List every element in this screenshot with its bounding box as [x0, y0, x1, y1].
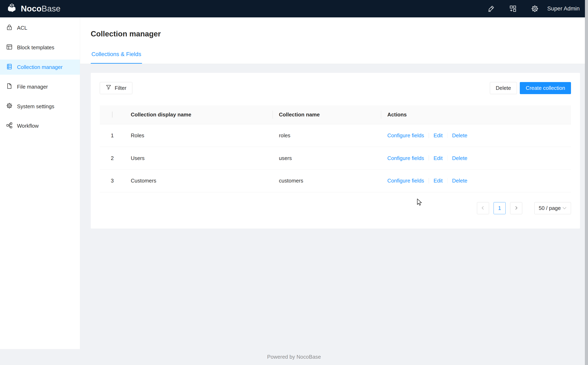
sidebar-item-file-manager[interactable]: File manager [0, 79, 80, 94]
chevron-down-icon [562, 207, 566, 210]
powered-by-text: Powered by NocoBase [267, 354, 321, 360]
edit-link[interactable]: Edit [434, 133, 443, 138]
table-row: 2 Users users Configure fieldsEditDelete [100, 147, 571, 170]
table-header-row: Collection display name Collection name … [100, 105, 571, 124]
select-all-header-cell [100, 105, 125, 124]
sidebar-item-label: Workflow [17, 123, 39, 129]
gear-icon [6, 103, 13, 110]
delete-link[interactable]: Delete [452, 155, 468, 161]
divider [447, 178, 448, 183]
sidebar-item-block-templates[interactable]: Block templates [0, 40, 80, 55]
column-header-actions: Actions [381, 105, 571, 124]
app-window: NocoBase [0, 0, 588, 365]
chevron-left-icon [481, 205, 485, 211]
pagination: 1 50 / page [100, 202, 571, 214]
layout-body: ACL Block templates [0, 17, 588, 349]
partition-icon [6, 122, 13, 130]
delete-link[interactable]: Delete [452, 178, 468, 183]
sidebar-item-label: ACL [17, 25, 27, 31]
divider [447, 155, 448, 161]
collections-table: Collection display name Collection name … [100, 105, 571, 192]
sidebar-item-label: Block templates [17, 45, 54, 50]
database-icon [6, 63, 13, 71]
delete-link[interactable]: Delete [452, 133, 468, 138]
divider [428, 155, 429, 161]
nocobase-cube-icon [7, 3, 17, 15]
settings-icon[interactable] [524, 0, 546, 17]
tab-collections-fields[interactable]: Collections & Fields [91, 50, 142, 64]
cell-display-name: Roles [125, 124, 273, 147]
cell-actions: Configure fieldsEditDelete [381, 147, 571, 170]
lock-icon [6, 24, 13, 32]
cell-name: roles [273, 124, 381, 147]
appstore-add-icon[interactable] [502, 0, 524, 17]
sidebar-item-system-settings[interactable]: System settings [0, 99, 80, 114]
header-actions: Super Admin [480, 0, 582, 17]
row-index: 2 [100, 147, 125, 170]
sidebar-item-label: System settings [17, 104, 54, 109]
column-header-display-name: Collection display name [125, 105, 273, 124]
column-header-name: Collection name [273, 105, 381, 124]
sidebar-item-acl[interactable]: ACL [0, 21, 80, 35]
cell-actions: Configure fieldsEditDelete [381, 169, 571, 192]
create-collection-button[interactable]: Create collection [520, 82, 571, 94]
sidebar-item-label: File manager [17, 84, 48, 90]
configure-fields-link[interactable]: Configure fields [387, 155, 424, 161]
table-toolbar: Filter Delete Create collection [100, 82, 571, 94]
filter-button-label: Filter [115, 85, 126, 91]
tabs-bar: Collections & Fields [91, 50, 578, 64]
collections-card: Filter Delete Create collection [91, 73, 580, 228]
select-all-checkbox[interactable] [112, 112, 112, 118]
page-size-value: 50 / page [539, 205, 561, 211]
cell-actions: Configure fieldsEditDelete [381, 124, 571, 147]
toolbar-right-actions: Delete Create collection [490, 82, 571, 94]
page-title: Collection manager [91, 29, 578, 39]
divider [428, 133, 429, 138]
table-row: 3 Customers customers Configure fieldsEd… [100, 169, 571, 192]
pagination-prev-button[interactable] [477, 202, 489, 214]
vertical-scrollbar[interactable] [585, 0, 588, 365]
divider [447, 133, 448, 138]
sidebar-item-label: Collection manager [17, 64, 63, 70]
sidebar-item-workflow[interactable]: Workflow [0, 119, 80, 133]
cell-name: users [273, 147, 381, 170]
pagination-next-button[interactable] [510, 202, 522, 214]
cell-display-name: Users [125, 147, 273, 170]
cell-display-name: Customers [125, 169, 273, 192]
highlighter-icon[interactable] [480, 0, 502, 17]
top-header-bar: NocoBase [0, 0, 588, 17]
filter-icon [106, 84, 111, 91]
row-index: 3 [100, 169, 125, 192]
page-header: Collection manager Collections & Fields [80, 17, 588, 64]
delete-button[interactable]: Delete [490, 82, 517, 94]
sidebar-item-collection-manager[interactable]: Collection manager [0, 60, 80, 75]
layout-icon [6, 44, 13, 51]
pagination-page-1[interactable]: 1 [494, 202, 506, 214]
configure-fields-link[interactable]: Configure fields [387, 133, 424, 138]
page-size-select[interactable]: 50 / page [534, 202, 571, 214]
row-index: 1 [100, 124, 125, 147]
user-menu[interactable]: Super Admin [547, 5, 582, 12]
chevron-right-icon [514, 205, 518, 211]
cell-name: customers [273, 169, 381, 192]
filter-button[interactable]: Filter [100, 82, 132, 94]
configure-fields-link[interactable]: Configure fields [387, 178, 424, 183]
sidebar-nav: ACL Block templates [0, 17, 80, 349]
edit-link[interactable]: Edit [434, 178, 443, 183]
brand-logo[interactable]: NocoBase [7, 3, 60, 15]
table-row: 1 Roles roles Configure fieldsEditDelete [100, 124, 571, 147]
divider [428, 178, 429, 183]
main-content: Collection manager Collections & Fields … [80, 17, 588, 349]
file-icon [6, 83, 13, 91]
brand-name: NocoBase [21, 5, 60, 13]
edit-link[interactable]: Edit [434, 155, 443, 161]
page-footer: Powered by NocoBase [0, 349, 588, 365]
